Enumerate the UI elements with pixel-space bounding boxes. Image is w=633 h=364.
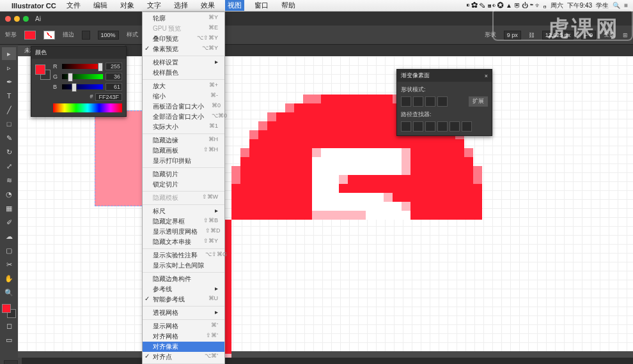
- close-button[interactable]: [5, 16, 11, 22]
- menu-item[interactable]: 显示实时上色间隙: [143, 261, 224, 271]
- menu-object[interactable]: 对象: [118, 0, 137, 11]
- menu-item[interactable]: 轮廓⌘Y: [143, 13, 224, 24]
- menu-item[interactable]: 参考线: [143, 284, 224, 294]
- minus-front-icon[interactable]: [413, 96, 423, 107]
- hand-tool[interactable]: ✋: [2, 272, 16, 285]
- shape-builder-tool[interactable]: ◔: [2, 188, 16, 201]
- menu-select[interactable]: 选择: [171, 0, 191, 11]
- trim-icon[interactable]: [413, 121, 423, 132]
- brush-tool[interactable]: ✎: [2, 132, 16, 144]
- menu-item[interactable]: 隐藏画板⇧⌘H: [143, 146, 224, 156]
- spotlight-icon[interactable]: 🔍: [613, 2, 620, 9]
- divide-icon[interactable]: [401, 121, 411, 132]
- width-field[interactable]: 9 px: [504, 31, 521, 40]
- menu-item[interactable]: 锁定切片: [143, 179, 224, 190]
- menu-item[interactable]: 隐藏定界框⇧⌘B: [143, 216, 224, 227]
- menu-item[interactable]: 放大⌘+: [143, 81, 224, 91]
- menu-item[interactable]: 画板适合窗口大小⌘0: [143, 102, 224, 112]
- panel-swatches[interactable]: [35, 64, 51, 80]
- merge-icon[interactable]: [425, 121, 435, 132]
- g-slider[interactable]: [62, 74, 103, 79]
- zoom-tool[interactable]: 🔍: [2, 286, 16, 299]
- gradient-tool[interactable]: ▦: [2, 202, 16, 215]
- menu-item[interactable]: 显示实验性注释⌥⇧⌘G: [143, 250, 224, 261]
- type-tool[interactable]: T: [2, 89, 16, 102]
- stroke-weight-field[interactable]: [82, 31, 90, 40]
- align-icon[interactable]: ⊞: [623, 32, 628, 38]
- crop-icon[interactable]: [437, 121, 448, 132]
- menu-effect[interactable]: 效果: [198, 0, 217, 11]
- pathfinder-title[interactable]: 渐变像素面: [401, 72, 430, 80]
- exclude-icon[interactable]: [437, 96, 448, 107]
- menu-view[interactable]: 视图: [225, 0, 244, 11]
- height-field[interactable]: 12.625 px: [542, 31, 574, 40]
- menu-item[interactable]: 叠印预览⌥⇧⌘Y: [143, 34, 224, 44]
- artboard-tool[interactable]: ▢: [2, 244, 16, 257]
- menu-item[interactable]: 缩小⌘-: [143, 91, 224, 102]
- opacity-field[interactable]: 100%: [98, 31, 119, 40]
- menu-item[interactable]: 隐藏切片: [143, 169, 224, 179]
- unite-icon[interactable]: [401, 96, 411, 107]
- pathfinder-panel[interactable]: 渐变像素面× 形状模式: 扩展 路径查找器:: [396, 69, 492, 136]
- symbol-tool[interactable]: ☁: [2, 230, 16, 243]
- app-name[interactable]: Illustrator CC: [12, 2, 56, 10]
- scale-tool[interactable]: ⤢: [2, 160, 16, 172]
- hex-value[interactable]: FF243F: [95, 93, 122, 101]
- r-slider[interactable]: [62, 64, 103, 69]
- menu-window[interactable]: 窗口: [252, 0, 271, 11]
- menu-item[interactable]: 像素预览⌥⌘Y: [143, 44, 224, 54]
- pen-tool[interactable]: ✒: [2, 75, 16, 88]
- eyedropper-tool[interactable]: ✐: [2, 216, 16, 229]
- dock-color-icon[interactable]: [4, 360, 18, 364]
- width-tool[interactable]: ≋: [2, 174, 16, 186]
- rotate-tool[interactable]: ↻: [2, 146, 16, 158]
- menu-item[interactable]: 显示透明度网格⇧⌘D: [143, 227, 224, 237]
- menu-item[interactable]: 对齐像素: [143, 342, 224, 352]
- slice-tool[interactable]: ✂: [2, 258, 16, 271]
- menu-item[interactable]: 隐藏边角构件: [143, 274, 224, 284]
- intersect-icon[interactable]: [425, 96, 435, 107]
- color-panel-title[interactable]: 颜色: [35, 49, 47, 57]
- menu-item[interactable]: 显示网格⌘': [143, 321, 224, 331]
- b-slider[interactable]: [62, 84, 103, 89]
- zoom-button[interactable]: [23, 16, 29, 22]
- menu-item[interactable]: 隐藏边缘⌘H: [143, 135, 224, 146]
- menu-item[interactable]: 隐藏文本串接⇧⌘Y: [143, 237, 224, 247]
- b-value[interactable]: 61: [106, 83, 122, 91]
- line-tool[interactable]: ╱: [2, 103, 16, 116]
- fill-stroke-swatches[interactable]: [2, 304, 16, 318]
- menu-item[interactable]: 标尺: [143, 206, 224, 216]
- fill-swatch[interactable]: [24, 31, 36, 40]
- transform-label[interactable]: 变换: [604, 31, 615, 39]
- selection-tool[interactable]: ▸: [2, 47, 16, 60]
- menu-item[interactable]: 实际大小⌘1: [143, 122, 224, 132]
- menu-type[interactable]: 文字: [145, 0, 164, 11]
- link-icon[interactable]: ⛓: [529, 32, 535, 38]
- menu-item[interactable]: 校样颜色: [143, 68, 224, 78]
- menu-item[interactable]: 对齐网格⇧⌘': [143, 331, 224, 342]
- menu-icon[interactable]: ≡: [624, 2, 628, 9]
- outline-icon[interactable]: [449, 121, 460, 132]
- menu-edit[interactable]: 编辑: [91, 0, 110, 11]
- minus-back-icon[interactable]: [462, 121, 472, 132]
- menu-item[interactable]: 全部适合窗口大小⌥⌘0: [143, 112, 224, 122]
- minimize-button[interactable]: [14, 16, 20, 22]
- stroke-swatch[interactable]: [43, 31, 55, 40]
- g-value[interactable]: 36: [106, 73, 122, 80]
- close-icon[interactable]: ×: [485, 73, 488, 79]
- menu-item[interactable]: 透视网格: [143, 308, 224, 318]
- r-value[interactable]: 255: [106, 63, 122, 70]
- expand-button[interactable]: 扩展: [469, 96, 488, 107]
- rectangle-tool[interactable]: □: [2, 118, 16, 130]
- color-panel[interactable]: 颜色 R255 G36 B61 #FF243F: [31, 46, 127, 117]
- spectrum-bar[interactable]: [53, 103, 122, 112]
- corner-field[interactable]: ⌐ 0: [581, 31, 596, 40]
- draw-mode-icon[interactable]: ◻: [2, 319, 16, 332]
- screen-mode-icon[interactable]: ▭: [2, 333, 16, 346]
- direct-selection-tool[interactable]: ▹: [2, 61, 16, 74]
- menu-file[interactable]: 文件: [64, 0, 83, 11]
- menu-item[interactable]: 对齐点⌥⌘': [143, 352, 224, 362]
- menu-item[interactable]: 智能参考线⌘U: [143, 294, 224, 305]
- menu-help[interactable]: 帮助: [279, 0, 298, 11]
- menu-item[interactable]: 显示打印拼贴: [143, 156, 224, 166]
